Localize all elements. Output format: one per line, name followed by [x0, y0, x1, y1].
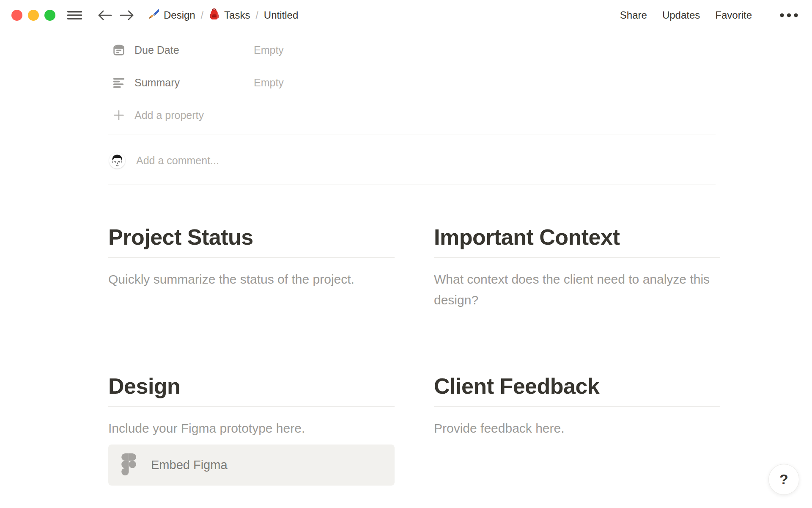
section-client-feedback: Client Feedback Provide feedback here. [434, 373, 720, 486]
breadcrumb-label: Tasks [224, 9, 250, 21]
section-body-text[interactable]: What context does the client need to ana… [434, 269, 720, 310]
text-lines-icon [113, 77, 124, 88]
section-divider [434, 257, 720, 258]
help-button[interactable]: ? [768, 464, 799, 495]
figma-icon [121, 453, 136, 477]
section-important-context: Important Context What context does the … [434, 224, 720, 373]
close-window-button[interactable] [11, 10, 22, 21]
section-divider [108, 406, 395, 407]
backpack-icon [209, 8, 219, 22]
plus-icon [113, 110, 124, 121]
page-properties: Due Date Empty Summary Empty Add a [108, 36, 716, 125]
more-options-icon[interactable] [780, 13, 798, 17]
section-divider [108, 257, 395, 258]
section-heading[interactable]: Important Context [434, 224, 720, 251]
favorite-button[interactable]: Favorite [715, 9, 752, 21]
divider [108, 185, 716, 185]
section-body-text[interactable]: Include your Figma prototype here. [108, 418, 395, 439]
add-property-label: Add a property [134, 109, 204, 121]
breadcrumb-separator: / [201, 10, 203, 21]
user-avatar [109, 152, 125, 168]
section-design: Design Include your Figma prototype here… [108, 373, 395, 486]
divider [108, 135, 716, 135]
back-arrow-icon[interactable] [98, 10, 112, 21]
breadcrumb-label: Untitled [264, 9, 298, 21]
help-question-mark: ? [779, 471, 788, 488]
paintbrush-icon [148, 8, 159, 22]
section-heading[interactable]: Design [108, 373, 395, 400]
breadcrumb-item-tasks[interactable]: Tasks [209, 8, 250, 22]
property-row-due-date[interactable]: Due Date Empty [108, 40, 716, 60]
breadcrumb-item-design[interactable]: Design [148, 8, 195, 22]
property-label[interactable]: Summary [134, 77, 254, 89]
topbar: Design / Tasks / Untitled [0, 0, 812, 30]
updates-button[interactable]: Updates [662, 9, 700, 21]
section-heading[interactable]: Project Status [108, 224, 395, 251]
page-content-columns: Project Status Quickly summarize the sta… [108, 224, 720, 486]
property-row-summary[interactable]: Summary Empty [108, 73, 716, 92]
section-body-text[interactable]: Provide feedback here. [434, 418, 720, 439]
add-comment-row[interactable]: Add a comment... [109, 152, 219, 168]
topbar-actions: Share Updates Favorite [620, 9, 798, 21]
calendar-icon [113, 44, 124, 55]
share-button[interactable]: Share [620, 9, 647, 21]
minimize-window-button[interactable] [28, 10, 39, 21]
embed-figma-label: Embed Figma [151, 458, 228, 472]
breadcrumb-item-untitled[interactable]: Untitled [264, 9, 298, 21]
add-property-button[interactable]: Add a property [108, 105, 716, 125]
property-value[interactable]: Empty [254, 44, 284, 56]
add-comment-placeholder[interactable]: Add a comment... [136, 155, 219, 167]
notion-window: Design / Tasks / Untitled [0, 0, 812, 508]
section-project-status: Project Status Quickly summarize the sta… [108, 224, 395, 373]
forward-arrow-icon[interactable] [120, 10, 134, 21]
breadcrumb-label: Design [164, 9, 195, 21]
property-value[interactable]: Empty [254, 77, 284, 89]
window-controls [11, 10, 55, 21]
embed-figma-button[interactable]: Embed Figma [108, 444, 395, 486]
section-heading[interactable]: Client Feedback [434, 373, 720, 400]
breadcrumb: Design / Tasks / Untitled [148, 8, 298, 22]
zoom-window-button[interactable] [44, 10, 55, 21]
property-label[interactable]: Due Date [134, 44, 254, 56]
sidebar-menu-icon[interactable] [67, 10, 82, 21]
breadcrumb-separator: / [255, 10, 258, 21]
section-divider [434, 406, 720, 407]
section-body-text[interactable]: Quickly summarize the status of the proj… [108, 269, 395, 290]
